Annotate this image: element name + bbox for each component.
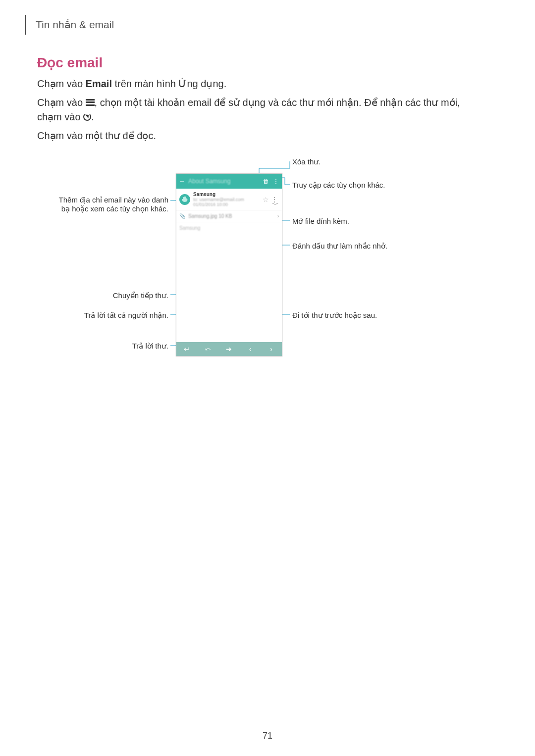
text: . [91, 111, 94, 122]
callout-more-options: Truy cập các tùy chọn khác. [292, 181, 385, 190]
open-attachment-icon[interactable]: › [277, 213, 279, 219]
refresh-icon [83, 113, 91, 121]
sender-address: to: username@email.com [193, 197, 263, 202]
attachment-row[interactable]: 📎 Samsung.jpg 10 KB › [176, 210, 282, 222]
diagram: Xóa thư. Truy cập các tùy chọn khác. Thê… [0, 153, 495, 361]
email-footer-bar: ↩ ⤺ ➔ ‹ › [176, 342, 282, 356]
paragraph-2: Chạm vào , chọn một tài khoản email để s… [37, 96, 476, 124]
email-header-bar: ← About Samsung 🗑 ⋮ [176, 174, 282, 189]
sent-date: 01/01/2016 10:00 [193, 202, 263, 207]
reply-icon[interactable]: ↩ [176, 342, 198, 356]
callout-delete: Xóa thư. [292, 157, 321, 166]
callout-reply: Trả lời thư. [89, 342, 168, 351]
callout-prev-next: Đi tới thư trước hoặc sau. [292, 311, 377, 320]
email-app-name: Email [86, 78, 112, 89]
sender-block: Samsung to: username@email.com 01/01/201… [193, 192, 263, 207]
section-heading: Đọc email [37, 54, 103, 71]
phone-screenshot: ← About Samsung 🗑 ⋮ Samsung to: username… [176, 173, 282, 356]
forward-icon[interactable]: ➔ [218, 342, 240, 356]
hamburger-icon [86, 99, 95, 106]
text: Chạm vào [37, 78, 86, 89]
star-icon[interactable]: ☆ [263, 196, 269, 203]
back-icon[interactable]: ← [179, 178, 185, 185]
callout-mark-reminder: Đánh dấu thư làm nhắc nhở. [292, 242, 387, 251]
breadcrumb: Tin nhắn & email [25, 15, 114, 35]
expand-icon[interactable]: ﹀ [272, 201, 279, 209]
text: Chạm vào [37, 97, 86, 108]
callout-forward: Chuyển tiếp thư. [69, 291, 168, 300]
email-subject: About Samsung [188, 178, 259, 185]
reply-all-icon[interactable]: ⤺ [198, 342, 219, 356]
text: , chọn một tài khoản email để sử dụng và… [37, 97, 460, 122]
sender-name: Samsung [193, 192, 263, 197]
callout-open-attachment: Mở file đính kèm. [292, 217, 349, 226]
page-number: 71 [0, 731, 535, 741]
more-icon[interactable]: ⋮ [273, 178, 279, 185]
paperclip-icon: 📎 [179, 213, 185, 219]
next-icon[interactable]: › [261, 342, 282, 356]
trash-icon[interactable]: 🗑 [263, 178, 269, 185]
prev-icon[interactable]: ‹ [240, 342, 261, 356]
mail-body: Samsung [176, 222, 282, 234]
callout-add-contact: Thêm địa chỉ email này vào danh bạ hoặc … [50, 196, 168, 213]
paragraph-3: Chạm vào một thư để đọc. [37, 129, 476, 143]
callout-reply-all: Trả lời tất cả người nhận. [54, 311, 168, 320]
paragraph-1: Chạm vào Email trên màn hình Ứng dụng. [37, 77, 476, 91]
text: trên màn hình Ứng dụng. [112, 78, 226, 89]
avatar-icon[interactable] [179, 194, 190, 205]
attachment-name: Samsung.jpg 10 KB [188, 213, 277, 219]
mail-header: Samsung to: username@email.com 01/01/201… [176, 189, 282, 210]
